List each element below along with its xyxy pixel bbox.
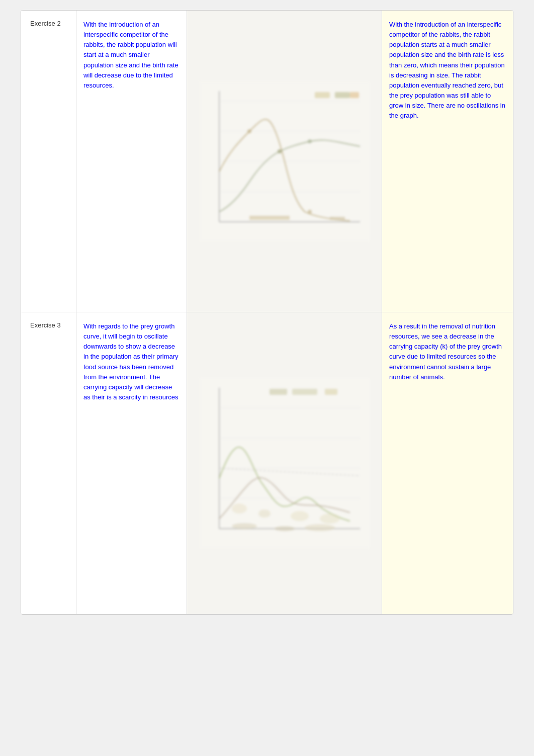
svg-point-11 (308, 139, 312, 143)
graph-ex3 (199, 378, 370, 549)
svg-point-32 (258, 510, 271, 518)
svg-point-10 (278, 149, 282, 153)
svg-point-26 (275, 526, 295, 531)
graph-2-placeholder (187, 11, 382, 312)
exercise-3-label: Exercise 3 (21, 312, 76, 614)
exercise-3-answer-text: As a result in the removal of nutrition … (389, 322, 502, 381)
exercise-2-answer-text: With the introduction of an interspecifi… (389, 21, 505, 119)
svg-rect-29 (292, 389, 317, 395)
svg-point-27 (305, 524, 335, 531)
svg-rect-30 (325, 389, 337, 395)
exercise-2-row: Exercise 2 With the introduction of an i… (21, 11, 513, 312)
svg-point-34 (320, 514, 340, 524)
exercise-2-text: With the introduction of an interspecifi… (76, 11, 187, 312)
exercise-2-answer: With the introduction of an interspecifi… (382, 11, 513, 312)
svg-point-33 (291, 511, 309, 521)
svg-rect-14 (350, 92, 359, 98)
svg-point-25 (232, 523, 257, 529)
svg-rect-16 (330, 217, 345, 220)
svg-point-9 (308, 210, 312, 214)
exercise-2-label: Exercise 2 (21, 11, 76, 312)
svg-rect-28 (270, 389, 287, 395)
exercise-3-image (187, 312, 382, 614)
exercise-2-body-text: With the introduction of an interspecifi… (83, 21, 179, 89)
graph-3-placeholder (187, 312, 382, 614)
exercise-3-label-text: Exercise 3 (30, 321, 61, 329)
svg-rect-12 (315, 92, 330, 98)
svg-point-7 (247, 129, 251, 133)
svg-rect-13 (335, 92, 350, 98)
exercise-3-body-text: With regards to the prey growth curve, i… (83, 322, 179, 401)
exercise-3-row: Exercise 3 With regards to the prey grow… (21, 312, 513, 614)
exercise-label-text: Exercise 2 (30, 20, 61, 27)
page-container: Exercise 2 With the introduction of an i… (21, 10, 513, 615)
svg-point-31 (232, 503, 247, 514)
exercise-3-answer: As a result in the removal of nutrition … (382, 312, 513, 614)
svg-rect-15 (249, 216, 290, 220)
exercise-3-text: With regards to the prey growth curve, i… (76, 312, 187, 614)
exercise-2-image (187, 11, 382, 312)
graph-ex2 (199, 81, 370, 242)
